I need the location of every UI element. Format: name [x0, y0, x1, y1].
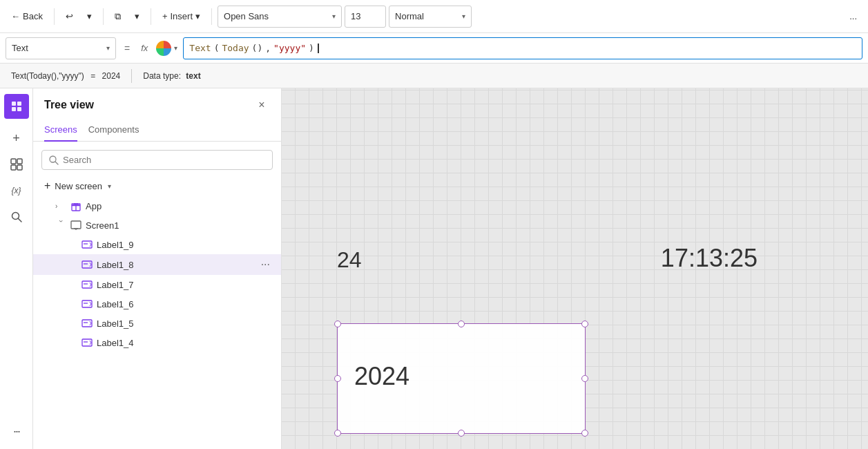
search-small-icon [49, 155, 59, 165]
label1-8-text: Label1_8 [97, 260, 257, 270]
property-chevron-icon: ▾ [106, 44, 110, 52]
tree-close-button[interactable]: × [253, 97, 270, 113]
copy-button[interactable]: ⧉ [109, 8, 126, 25]
handle-bottom-left[interactable] [334, 430, 341, 437]
tree-item-label1-4[interactable]: › Label1_4 [33, 333, 281, 352]
divider-1 [54, 8, 55, 25]
divider-2 [103, 8, 104, 25]
formula-text-str: "yyyy" [273, 43, 306, 53]
tab-components[interactable]: Components [88, 119, 139, 142]
label1-5-text: Label1_5 [97, 318, 270, 329]
tree-header: Tree view × [33, 88, 281, 119]
handle-top-right[interactable] [581, 321, 588, 327]
search-icon[interactable] [4, 204, 29, 229]
canvas-selected-label1-8[interactable]: 2024 [337, 323, 586, 434]
svg-rect-0 [12, 102, 16, 106]
text-style-label: Normal [395, 11, 424, 21]
copy-dropdown-button[interactable]: ▾ [129, 8, 145, 24]
back-label: Back [23, 11, 43, 21]
label-icon-9 [81, 239, 93, 250]
formula-icon-chevron[interactable]: ▾ [174, 44, 177, 52]
grid-icon[interactable] [4, 152, 29, 177]
new-screen-button[interactable]: + New screen ▾ [33, 175, 281, 196]
canvas-label-time[interactable]: 17:13:25 [661, 244, 758, 273]
svg-rect-5 [17, 159, 22, 164]
formula-paren-open: ( [214, 43, 220, 53]
variables-icon[interactable]: {x} [4, 178, 29, 203]
svg-line-11 [55, 162, 58, 164]
handle-bottom-center[interactable] [458, 430, 465, 437]
label-icon-8 [81, 259, 93, 270]
svg-rect-4 [11, 159, 16, 164]
label1-8-more-button[interactable]: ··· [261, 258, 270, 271]
svg-rect-2 [12, 107, 16, 111]
powerapps-icon[interactable] [156, 41, 171, 56]
label1-4-text: Label1_4 [97, 338, 270, 348]
svg-rect-24 [82, 300, 92, 307]
main-layout: + {x} ··· Tree view × Screens [0, 88, 868, 449]
formula-input-area[interactable]: Text(Today(),"yyyy") [183, 37, 862, 59]
svg-rect-6 [11, 165, 16, 170]
more-rail-icon[interactable]: ··· [4, 419, 29, 443]
back-arrow-icon: ← [11, 11, 20, 21]
insert-button[interactable]: + Insert ▾ [157, 8, 206, 24]
font-size-selector[interactable]: 13 [345, 6, 386, 28]
property-label: Text [12, 43, 28, 53]
search-input[interactable] [63, 155, 265, 165]
svg-line-9 [18, 219, 21, 222]
tree-view-icon[interactable] [4, 94, 29, 119]
svg-rect-7 [17, 165, 22, 170]
canvas-label-24[interactable]: 24 [337, 247, 362, 273]
svg-rect-15 [71, 221, 81, 229]
tree-item-label1-7[interactable]: › Label1_7 [33, 275, 281, 294]
tree-items: › App › Screen1 [33, 196, 281, 449]
tree-item-app[interactable]: › App [33, 196, 281, 216]
handle-middle-right[interactable] [581, 375, 588, 382]
svg-rect-18 [82, 241, 92, 248]
undo-button[interactable]: ↩ [60, 8, 79, 24]
icon-rail: + {x} ··· [0, 88, 33, 449]
handle-top-center[interactable] [458, 321, 465, 327]
label-icon-7 [81, 279, 93, 290]
undo-icon: ↩ [66, 11, 73, 21]
label-icon-6 [81, 298, 93, 309]
tree-item-label1-8[interactable]: › Label1_8 ··· [33, 254, 281, 275]
canvas-year-label[interactable]: 2024 [354, 362, 409, 391]
text-style-selector[interactable]: Normal ▾ [389, 6, 472, 28]
insert-label: Insert [171, 11, 193, 21]
new-screen-label: New screen [55, 181, 102, 191]
tree-item-label1-9[interactable]: › Label1_9 [33, 235, 281, 254]
font-name-label: Open Sans [224, 11, 269, 21]
tree-item-screen1[interactable]: › Screen1 [33, 216, 281, 235]
canvas-area[interactable]: 24 17:13:25 2024 [282, 88, 868, 449]
formula-text-fn: Text [189, 43, 211, 53]
property-dropdown[interactable]: Text ▾ [6, 37, 116, 59]
equals-sign: = [122, 43, 133, 54]
more-options-button[interactable]: ... [844, 8, 862, 24]
app-label: App [86, 201, 270, 211]
handle-bottom-right[interactable] [581, 430, 588, 437]
tree-item-label1-6[interactable]: › Label1_6 [33, 294, 281, 314]
font-selector[interactable]: Open Sans ▾ [218, 6, 342, 28]
svg-rect-22 [82, 281, 92, 288]
tree-item-label1-5[interactable]: › Label1_5 [33, 314, 281, 333]
data-type-info: Data type: text [143, 71, 200, 81]
more-icon: ... [849, 11, 857, 21]
handle-top-left[interactable] [334, 321, 341, 327]
handle-middle-left[interactable] [334, 375, 341, 382]
style-chevron-icon: ▾ [462, 12, 465, 20]
copy-icon: ⧉ [115, 11, 121, 22]
tree-tabs: Screens Components [33, 119, 281, 142]
svg-rect-26 [82, 320, 92, 327]
fx-label: fx [138, 43, 151, 53]
divider-4 [211, 8, 212, 25]
label1-6-text: Label1_6 [97, 299, 270, 309]
back-button[interactable]: ← Back [6, 8, 48, 24]
add-icon[interactable]: + [4, 126, 29, 151]
tree-search-box[interactable] [41, 150, 273, 170]
canvas-content: 24 17:13:25 2024 [282, 88, 868, 449]
undo-dropdown-button[interactable]: ▾ [81, 8, 97, 24]
plus-icon: + [12, 131, 20, 146]
insert-plus-icon: + [162, 11, 168, 21]
tab-screens[interactable]: Screens [44, 119, 77, 142]
